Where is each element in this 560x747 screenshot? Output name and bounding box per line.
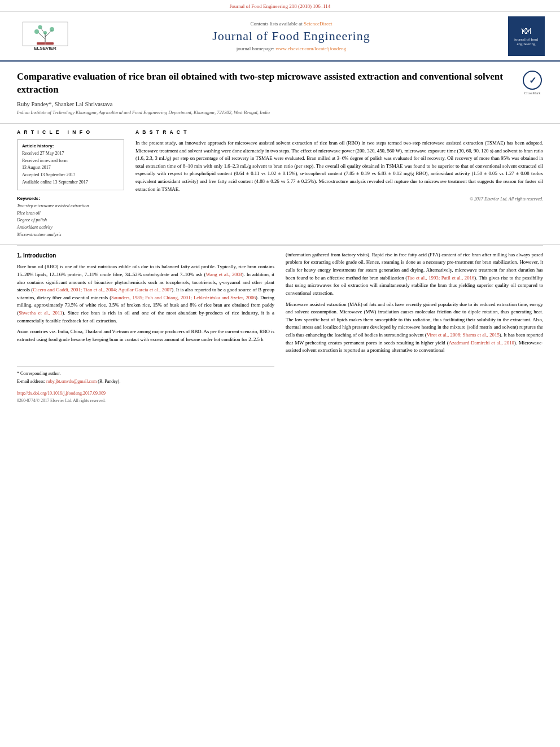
abstract-label: A B S T R A C T	[135, 129, 543, 135]
article-title-text: Comparative evaluation of rice bran oil …	[17, 71, 513, 117]
article-authors: Ruby Pandey*, Shanker Lal Shrivastava	[17, 101, 513, 107]
issn-line: 0260-8774/© 2017 Elsevier Ltd. All right…	[17, 397, 274, 404]
journal-top-bar: Journal of Food Engineering 218 (2018) 1…	[0, 0, 560, 12]
ref-virot[interactable]: Virot et al., 2008; Shams et al., 2015	[427, 332, 500, 338]
crossmark-area: ✓ CrossMark	[522, 71, 543, 95]
abstract-copyright: © 2017 Elsevier Ltd. All rights reserved…	[135, 196, 543, 202]
body-content: 1. Introduction Rice bran oil (RBO) is o…	[0, 246, 560, 410]
body-para-2: Asian countries viz. India, China, Thail…	[17, 328, 274, 343]
svg-text:ELSEVIER: ELSEVIER	[34, 46, 56, 51]
crossmark-icon: ✓	[523, 71, 542, 90]
journal-header: ELSEVIER Contents lists available at Sci…	[0, 12, 560, 62]
intro-heading: 1. Introduction	[17, 251, 274, 260]
journal-header-center: Contents lists available at ScienceDirec…	[79, 21, 504, 51]
body-col-left: 1. Introduction Rice bran oil (RBO) is o…	[17, 251, 274, 404]
email-note: E-mail address: ruby.jbt.smvdu@gmail.com…	[17, 378, 274, 385]
article-history-label: Article history:	[22, 143, 119, 148]
journal-title: Journal of Food Engineering	[79, 29, 504, 43]
doi-link[interactable]: http://dx.doi.org/10.1016/j.jfoodeng.201…	[17, 391, 106, 396]
keywords-list: Two-step microwave assisted extraction R…	[17, 203, 124, 239]
corresponding-author-note: * Corresponding author.	[17, 370, 274, 377]
article-info-abstract-section: A R T I C L E I N F O Article history: R…	[0, 124, 560, 245]
journal-thumbnail-area: 🍽 journal of food engineering	[504, 16, 549, 56]
abstract-text: In the present study, an innovative appr…	[135, 139, 543, 193]
ref-wang-2008[interactable]: Wang et al., 2008	[205, 272, 242, 277]
abstract-col: A B S T R A C T In the present study, an…	[135, 129, 543, 239]
journal-homepage-link[interactable]: www.elsevier.com/locate/jfoodeng	[275, 46, 346, 51]
journal-thumbnail: 🍽 journal of food engineering	[508, 16, 545, 56]
svg-point-6	[50, 27, 54, 32]
article-title-section: Comparative evaluation of rice bran oil …	[0, 62, 560, 124]
body-col-right: (information gathered from factory visit…	[286, 251, 543, 404]
article-affiliation: Indian Institute of Technology Kharagpur…	[17, 110, 513, 115]
journal-thumb-icon: 🍽	[522, 26, 531, 36]
email-link[interactable]: ruby.jbt.smvdu@gmail.com	[46, 379, 97, 384]
ref-tao[interactable]: Tao et al., 1993; Patil et al., 2016	[407, 275, 474, 281]
science-direct-link[interactable]: ScienceDirect	[304, 21, 332, 27]
body-para-4: Microwave assisted extraction (MAE) of f…	[286, 301, 543, 355]
article-history-box: Article history: Received 27 May 2017 Re…	[17, 139, 124, 190]
science-direct-line: Contents lists available at ScienceDirec…	[79, 21, 504, 27]
elsevier-logo-icon: ELSEVIER	[20, 19, 71, 53]
ref-shwetha[interactable]: Shwetha et al., 2011	[19, 310, 63, 316]
body-para-1: Rice bran oil (RBO) is one of the most n…	[17, 263, 274, 325]
article-info-label: A R T I C L E I N F O	[17, 129, 124, 135]
article-title: Comparative evaluation of rice bran oil …	[17, 71, 513, 97]
ref-saunders[interactable]: Saunders, 1985; Fuh and Chiang, 2001; Le…	[111, 295, 256, 300]
article-info-col: A R T I C L E I N F O Article history: R…	[17, 129, 124, 239]
svg-point-7	[38, 25, 42, 29]
ref-azadmard[interactable]: Azadmard-Damirchi et al., 2010	[449, 340, 514, 346]
crossmark-label: CrossMark	[524, 91, 541, 95]
body-para-3: (information gathered from factory visit…	[286, 251, 543, 298]
keywords-box: Keywords: Two-step microwave assisted ex…	[17, 196, 124, 239]
svg-point-5	[34, 29, 39, 34]
article-dates: Received 27 May 2017 Received in revised…	[22, 150, 119, 186]
journal-citation: Journal of Food Engineering 218 (2018) 1…	[230, 3, 331, 9]
ref-cicero-gaddi[interactable]: Cicero and Gaddi, 2001; Tian et al., 200…	[33, 287, 172, 292]
journal-thumb-label: journal of food engineering	[510, 37, 542, 46]
journal-homepage: journal homepage: www.elsevier.com/locat…	[79, 46, 504, 51]
elsevier-logo-area: ELSEVIER	[11, 19, 79, 53]
svg-point-8	[43, 31, 47, 34]
keywords-label: Keywords:	[17, 196, 124, 201]
